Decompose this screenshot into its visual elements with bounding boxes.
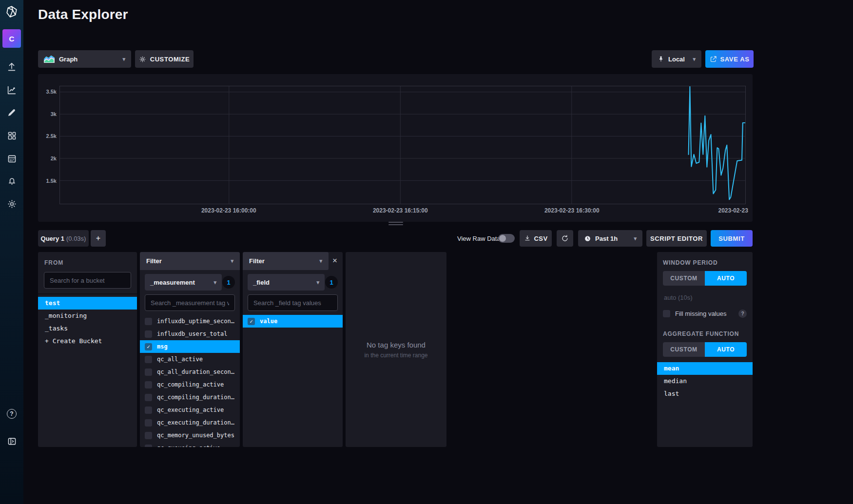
bucket-item[interactable]: test (38, 297, 137, 310)
measurement-item[interactable]: qc_executing_active (140, 404, 240, 416)
checkbox-unchecked[interactable] (145, 407, 152, 414)
org-avatar[interactable]: C (2, 29, 21, 48)
nav-settings-icon[interactable] (0, 195, 23, 212)
checkbox-unchecked[interactable] (145, 394, 152, 401)
item-label: qc_executing_active (157, 407, 224, 413)
auto-tab[interactable]: AUTO (705, 342, 747, 357)
bucket-search-input[interactable] (44, 277, 131, 284)
nav-toggle-sidebar-icon[interactable] (0, 433, 23, 449)
measurement-item[interactable]: qc_all_duration_secon… (140, 366, 240, 378)
filter-type-dropdown[interactable]: Filter ▾ (243, 252, 329, 270)
nav-help-icon[interactable]: ? (0, 406, 23, 422)
empty-state-subtitle: in the current time range (364, 352, 427, 359)
add-query-button[interactable]: + (91, 230, 106, 247)
checkbox-unchecked[interactable] (145, 356, 152, 363)
custom-tab[interactable]: CUSTOM (663, 342, 705, 357)
item-label: value (260, 318, 277, 325)
aggregate-function-item[interactable]: median (657, 375, 753, 388)
measurement-list: influxdb_uptime_secon…influxdb_users_tot… (140, 315, 240, 447)
plot-area[interactable] (59, 86, 746, 204)
time-range-dropdown[interactable]: Past 1h ▾ (578, 230, 642, 247)
checkbox-unchecked[interactable] (145, 381, 152, 388)
field-value-item[interactable]: ✓value (243, 315, 343, 328)
measurement-item[interactable]: ✓msg (140, 340, 240, 353)
nav-alerts-icon[interactable] (0, 173, 23, 189)
item-label: qc_compiling_active (157, 381, 224, 388)
help-icon[interactable]: ? (738, 310, 747, 318)
submit-button[interactable]: SUBMIT (711, 230, 753, 247)
y-tick-label: 3.5k (38, 89, 57, 95)
remove-filter-close-icon[interactable]: × (330, 255, 340, 266)
measurement-item[interactable]: qc_queueing_active (140, 442, 240, 447)
checkbox-checked[interactable]: ✓ (145, 343, 152, 350)
view-raw-data-label: View Raw Data (457, 233, 501, 243)
refresh-button[interactable] (557, 230, 573, 247)
chevron-down-icon: ▾ (122, 56, 125, 62)
measurement-item[interactable]: qc_memory_unused_bytes (140, 429, 240, 442)
bucket-item[interactable]: + Create Bucket (38, 335, 137, 348)
aggregate-function-item[interactable]: last (657, 388, 753, 400)
field-search-input[interactable] (248, 299, 337, 307)
graph-type-dropdown[interactable]: Graph ▾ (38, 50, 131, 68)
measurement-item[interactable]: qc_compiling_active (140, 378, 240, 391)
field-key-dropdown[interactable]: _field ▾ (248, 274, 325, 291)
item-label: qc_compiling_duration… (157, 394, 234, 401)
bucket-search (44, 272, 131, 289)
item-label: qc_all_active (157, 356, 203, 363)
window-period-panel: WINDOW PERIOD CUSTOM AUTO auto (10s) Fil… (657, 252, 753, 447)
measurement-item[interactable]: qc_executing_duration… (140, 416, 240, 429)
measurement-item[interactable]: influxdb_uptime_secon… (140, 315, 240, 328)
local-dropdown[interactable]: Local ▾ (652, 50, 701, 68)
item-label: qc_memory_unused_bytes (157, 432, 234, 439)
x-tick-label: 2023-02-23 16:00:00 (201, 207, 256, 214)
measurement-search-input[interactable] (145, 299, 234, 307)
fill-missing-label: Fill missing values (675, 310, 726, 317)
fill-missing-checkbox[interactable] (663, 310, 670, 317)
bucket-list: test_monitoring_tasks+ Create Bucket (38, 293, 137, 348)
item-label: qc_queueing_active (157, 445, 220, 447)
y-tick-label: 2k (38, 155, 57, 161)
checkbox-checked[interactable]: ✓ (248, 318, 255, 325)
measurement-item[interactable]: influxdb_users_total (140, 328, 240, 340)
script-editor-button[interactable]: SCRIPT EDITOR (646, 230, 707, 247)
checkbox-unchecked[interactable] (145, 419, 152, 426)
query-tab[interactable]: Query 1 (0.03s) (38, 230, 89, 247)
csv-button[interactable]: CSV (520, 230, 552, 247)
auto-tab[interactable]: AUTO (705, 271, 747, 286)
nav-data-explorer-icon[interactable] (0, 82, 23, 98)
filter-type-dropdown[interactable]: Filter ▾ (140, 252, 240, 270)
field-list: ✓value (243, 315, 343, 328)
checkbox-unchecked[interactable] (145, 432, 152, 439)
window-period-segmented: CUSTOM AUTO (663, 271, 747, 286)
nav-dashboards-icon[interactable] (0, 127, 23, 144)
save-as-button[interactable]: SAVE AS (705, 50, 754, 68)
item-label: qc_all_duration_secon… (157, 368, 234, 375)
measurement-item[interactable]: qc_compiling_duration… (140, 391, 240, 404)
from-panel: FROM test_monitoring_tasks+ Create Bucke… (38, 252, 137, 447)
view-raw-data-toggle[interactable] (498, 234, 515, 243)
checkbox-unchecked[interactable] (145, 318, 152, 325)
resize-handle[interactable] (388, 222, 403, 227)
aggregate-function-item[interactable]: mean (657, 362, 753, 375)
nav-notebooks-icon[interactable] (0, 104, 23, 121)
y-tick-label: 1.5k (38, 178, 57, 184)
chevron-down-icon: ▾ (213, 279, 216, 286)
measurement-key-dropdown[interactable]: _measurement ▾ (145, 274, 222, 291)
tag-keys-panel: No tag keys found in the current time ra… (346, 252, 446, 447)
checkbox-unchecked[interactable] (145, 330, 152, 338)
measurement-item[interactable]: qc_all_active (140, 353, 240, 366)
bucket-item[interactable]: _tasks (38, 322, 137, 335)
refresh-icon (561, 234, 569, 242)
bucket-item[interactable]: _monitoring (38, 310, 137, 322)
nav-upload-icon[interactable] (0, 59, 23, 76)
window-period-title: WINDOW PERIOD (663, 259, 747, 266)
checkbox-unchecked[interactable] (145, 445, 152, 447)
customize-button[interactable]: CUSTOMIZE (135, 50, 194, 68)
checkbox-unchecked[interactable] (145, 368, 152, 376)
item-label: influxdb_uptime_secon… (157, 318, 234, 325)
custom-tab[interactable]: CUSTOM (663, 271, 705, 286)
field-search (248, 294, 338, 311)
influxdb-logo-icon[interactable] (0, 0, 23, 23)
graph-panel: 3.5k3k2.5k2k1.5k 2023-02-23 16:00:002023… (38, 74, 753, 222)
nav-tasks-icon[interactable] (0, 150, 23, 167)
